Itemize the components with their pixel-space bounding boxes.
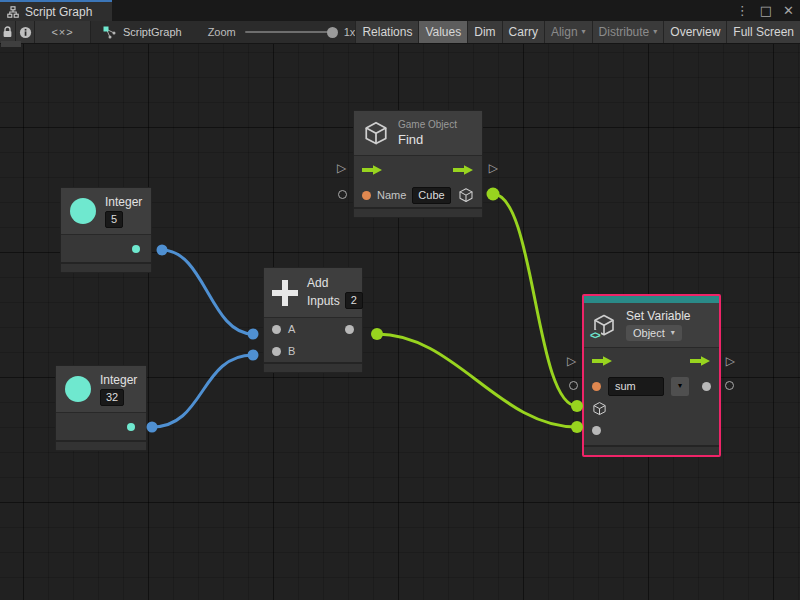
node-title: Set Variable — [626, 309, 690, 323]
node-header: Integer 5 — [61, 188, 151, 235]
graph-toolbar: <×> ScriptGraph Zoom 1x Relations Values — [0, 21, 800, 44]
node-game-object-find[interactable]: ▷ ▷ Game Object Find Name Cube — [353, 110, 483, 218]
toggle-values[interactable]: Values — [418, 21, 467, 43]
integer-value-field[interactable]: 5 — [105, 211, 123, 228]
close-icon[interactable]: ✕ — [783, 4, 794, 17]
node-body — [61, 235, 151, 262]
flow-output-port[interactable]: ▷ — [489, 162, 498, 174]
zoom-slider-knob[interactable] — [327, 27, 338, 38]
script-graph-icon — [103, 26, 116, 39]
distribute-label: Distribute — [599, 25, 650, 39]
chevron-down-icon: ▾ — [671, 329, 675, 337]
zoom-value: 1x — [344, 26, 356, 38]
zoom-slider[interactable] — [245, 31, 335, 33]
value-input-port[interactable] — [569, 381, 578, 390]
connection-endpoint[interactable] — [248, 350, 259, 361]
variable-name-field[interactable]: sum — [608, 377, 664, 396]
variable-output-port[interactable] — [702, 382, 711, 391]
node-category: Game Object — [398, 119, 457, 130]
integer-value-field[interactable]: 32 — [100, 389, 124, 406]
wire-add-to-setvariable[interactable] — [377, 334, 577, 427]
flow-out-arrow-icon[interactable] — [690, 355, 711, 367]
value-input-port-dot[interactable] — [592, 426, 601, 435]
value-input-port[interactable] — [338, 190, 347, 199]
name-input-port[interactable] — [362, 191, 371, 200]
flow-input-port[interactable]: ▷ — [567, 355, 576, 367]
toggle-carry[interactable]: Carry — [502, 21, 544, 43]
port-row-b: B — [264, 340, 362, 362]
wire-integer32-to-add-b[interactable] — [152, 355, 253, 427]
chevron-down-icon: ▾ — [678, 382, 682, 390]
inspect-button[interactable] — [16, 21, 35, 43]
overview-button[interactable]: Overview — [663, 21, 726, 43]
sum-output-port[interactable] — [345, 325, 354, 334]
flow-input-port[interactable]: ▷ — [337, 162, 346, 174]
integer-output-port[interactable] — [127, 423, 135, 431]
toggle-relations[interactable]: Relations — [355, 21, 418, 43]
graph-breadcrumb[interactable]: ScriptGraph — [95, 21, 190, 43]
input-port-b[interactable] — [272, 347, 281, 356]
variable-name-input-port[interactable] — [592, 382, 601, 391]
connection-endpoint[interactable] — [371, 328, 383, 340]
connection-endpoint[interactable] — [157, 245, 168, 256]
variable-name-dropdown-button[interactable]: ▾ — [671, 377, 689, 396]
node-set-variable-selected[interactable]: ▷ ▷ <> Set Variable Object ▾ — [582, 294, 721, 457]
inputs-count-field[interactable]: 2 — [345, 292, 363, 309]
align-dropdown[interactable]: Align ▾ — [544, 21, 592, 43]
object-input-port[interactable] — [592, 401, 607, 416]
toggle-dim[interactable]: Dim — [467, 21, 501, 43]
flow-in-arrow-icon[interactable] — [592, 355, 613, 367]
align-label: Align — [551, 25, 578, 39]
node-header: Game Object Find — [354, 111, 482, 156]
brackets-icon: <> — [589, 330, 601, 341]
connection-endpoint[interactable] — [248, 329, 259, 340]
full-screen-button[interactable]: Full Screen — [726, 21, 800, 43]
object-port-row — [584, 398, 719, 419]
connection-endpoint[interactable] — [487, 188, 500, 201]
graph-name-label: ScriptGraph — [123, 26, 182, 38]
name-value-field[interactable]: Cube — [412, 187, 450, 204]
code-preview-button[interactable]: <×> — [35, 21, 91, 43]
node-title: Add — [307, 276, 328, 290]
tab-script-graph[interactable]: Script Graph — [0, 0, 112, 21]
input-port-a[interactable] — [272, 325, 281, 334]
node-title: Find — [398, 132, 423, 147]
flow-in-arrow-icon[interactable] — [362, 164, 383, 176]
wire-find-to-setvariable[interactable] — [493, 194, 577, 406]
lock-button[interactable] — [0, 21, 16, 43]
integer-output-port[interactable] — [132, 245, 140, 253]
variable-kind-dropdown[interactable]: Object ▾ — [626, 325, 682, 341]
variable-kind-value: Object — [633, 327, 665, 339]
menu-icon[interactable]: ⋮ — [736, 4, 749, 17]
graph-canvas[interactable]: Integer 5 Integer 32 — [0, 44, 800, 600]
name-row: Name Cube — [354, 183, 482, 207]
node-footer — [264, 362, 362, 372]
flow-out-arrow-icon[interactable] — [453, 164, 474, 176]
graph-hierarchy-icon — [7, 6, 19, 18]
port-row-a: A — [264, 318, 362, 340]
game-object-output-port[interactable] — [458, 187, 474, 203]
canvas-corner-handle — [1, 41, 21, 47]
connection-endpoint[interactable] — [147, 422, 158, 433]
node-add[interactable]: Add Inputs 2 A B — [263, 267, 363, 373]
node-integer-32[interactable]: Integer 32 — [55, 365, 147, 451]
node-integer-5[interactable]: Integer 5 — [60, 187, 152, 273]
node-footer — [61, 262, 151, 272]
node-footer — [354, 207, 482, 217]
wire-integer5-to-add-a[interactable] — [162, 250, 253, 334]
flow-output-port[interactable]: ▷ — [726, 355, 735, 367]
script-graph-window: Script Graph ⋮ □ ✕ <×> — [0, 0, 800, 600]
maximize-icon[interactable]: □ — [760, 4, 772, 17]
tab-title: Script Graph — [25, 5, 92, 19]
value-port-row — [584, 419, 719, 441]
inputs-label: Inputs — [307, 294, 340, 308]
node-title: Integer — [105, 195, 142, 209]
name-label: Name — [377, 189, 406, 201]
value-output-port[interactable] — [725, 381, 734, 390]
zoom-control: Zoom 1x — [208, 21, 356, 43]
port-label-a: A — [288, 323, 295, 335]
code-icon: <×> — [51, 26, 73, 38]
toggle-relations-label: Relations — [362, 25, 412, 39]
distribute-dropdown[interactable]: Distribute ▾ — [592, 21, 664, 43]
zoom-label: Zoom — [208, 26, 236, 38]
